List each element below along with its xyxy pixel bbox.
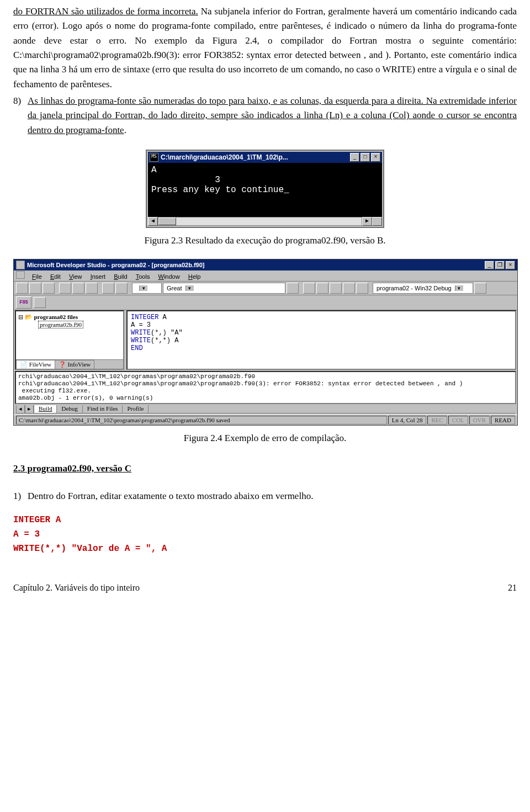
ide-title-bar: Microsoft Developer Studio - programa02 … xyxy=(14,259,517,270)
code-editor[interactable]: INTEGER A A = 3 WRITE(*,) "A" WRITE(*,*)… xyxy=(126,310,516,370)
dos-title-bar: MS C:\marchi\graduacao\2004_1\TM_102\p..… xyxy=(148,152,382,163)
tb-paste[interactable] xyxy=(86,283,98,294)
menu-tools[interactable]: Tools xyxy=(132,273,153,280)
tree-file[interactable]: programa02b.f90 xyxy=(38,321,83,328)
scroll-thumb[interactable] xyxy=(158,217,176,225)
out-tab-find[interactable]: Find in Files xyxy=(82,405,123,413)
list-number: 8) xyxy=(13,94,28,137)
text: Figura 2.4, o compilador do Fortran most… xyxy=(213,35,517,46)
ide-middle: ⊟ 📂 programa02 files programa02b.f90 📄 F… xyxy=(14,310,517,370)
close-button[interactable]: × xyxy=(506,261,515,269)
footer-chapter: Capítulo 2. Variáveis do tipo inteiro xyxy=(13,581,140,595)
tb-stop[interactable] xyxy=(330,283,342,294)
tb-undo[interactable] xyxy=(102,283,114,294)
status-bar: C:\marchi\graduacao\2004_1\TM_102\progra… xyxy=(14,415,517,425)
code-line: A = 3 xyxy=(13,528,517,542)
tb-step[interactable] xyxy=(356,283,368,294)
tree-root[interactable]: programa02 files xyxy=(34,314,78,320)
figure-2-3: MS C:\marchi\graduacao\2004_1\TM_102\p..… xyxy=(146,150,384,228)
dos-output: A 3 Press any key to continue_ xyxy=(148,163,382,217)
out-tab-build[interactable]: Build xyxy=(34,405,57,413)
menu-view[interactable]: View xyxy=(66,273,86,280)
code-line: INTEGER A xyxy=(13,513,517,528)
scroll-track[interactable] xyxy=(158,217,362,226)
tb-redo[interactable] xyxy=(115,283,128,294)
out-tab-next[interactable]: ▸ xyxy=(25,405,34,413)
menu-help[interactable]: Help xyxy=(185,273,204,280)
tb-new[interactable] xyxy=(16,283,28,294)
tb-compile[interactable] xyxy=(316,283,328,294)
restore-button[interactable]: ❐ xyxy=(495,261,505,269)
tb-q[interactable] xyxy=(474,283,486,294)
scroll-left-button[interactable]: ◄ xyxy=(148,217,158,226)
scroll-right-button[interactable]: ► xyxy=(362,217,372,226)
tb-ext[interactable] xyxy=(34,297,46,308)
figure-2-3-caption: Figura 2.3 Resultado da execução do prog… xyxy=(13,233,517,248)
ide-icon xyxy=(16,261,25,269)
f85-button[interactable]: F85 xyxy=(16,296,31,309)
combo-small[interactable]: ▾ xyxy=(132,283,162,294)
out-tab-track[interactable] xyxy=(148,405,515,413)
list-item-8: 8) As linhas do programa-fonte são numer… xyxy=(13,94,517,137)
figure-2-4-ide: Microsoft Developer Studio - programa02 … xyxy=(13,259,518,426)
output-pane[interactable]: rchi\graduacao\2004_1\TM_102\programas\p… xyxy=(15,371,516,404)
tb-save[interactable] xyxy=(43,283,55,294)
status-ovr: OVR xyxy=(469,416,490,424)
status-col: COL xyxy=(448,416,468,424)
minimize-button[interactable]: _ xyxy=(485,261,494,269)
combo-config[interactable]: programa02 - Win32 Debug▾ xyxy=(373,283,473,294)
ide-title-text: Microsoft Developer Studio - programa02 … xyxy=(27,262,484,268)
text: . xyxy=(124,125,126,135)
tree-view[interactable]: ⊟ 📂 programa02 files programa02b.f90 xyxy=(16,311,123,359)
menu-edit[interactable]: Edit xyxy=(47,273,64,280)
list-number: 1) xyxy=(13,489,28,503)
status-rec: REC xyxy=(427,416,447,424)
page-footer: Capítulo 2. Variáveis do tipo inteiro 21 xyxy=(13,581,517,595)
out-tab-debug[interactable]: Debug xyxy=(56,405,82,413)
list-body: As linhas do programa-fonte são numerada… xyxy=(28,94,517,137)
sidebar-tabs: 📄 FileView ❓ InfoView xyxy=(16,359,123,369)
tb-find[interactable] xyxy=(287,283,299,294)
tab-infoview[interactable]: ❓ InfoView xyxy=(55,360,94,369)
tb-go[interactable] xyxy=(343,283,355,294)
ide-toolbar: ▾ Great▾ programa02 - Win32 Debug▾ xyxy=(14,282,517,295)
code-line: WRITE(*,*) "Valor de A = ", A xyxy=(13,542,517,556)
output-tabs: ◂ ▸ Build Debug Find in Files Profile xyxy=(14,405,517,415)
minimize-button[interactable]: _ xyxy=(350,153,359,162)
code-block: INTEGER A A = 3 WRITE(*,*) "Valor de A =… xyxy=(13,513,517,556)
menu-file[interactable]: File xyxy=(29,273,45,280)
footer-page-number: 21 xyxy=(508,581,517,595)
menu-insert[interactable]: Insert xyxy=(87,273,109,280)
step-1: 1) Dentro do Fortran, editar exatamente … xyxy=(13,489,517,503)
ide-sidebar: ⊟ 📂 programa02 files programa02b.f90 📄 F… xyxy=(15,310,124,370)
tb-open[interactable] xyxy=(29,283,41,294)
doc-icon xyxy=(16,271,25,279)
dos-title-text: C:\marchi\graduacao\2004_1\TM_102\p... xyxy=(161,153,349,161)
menu-window[interactable]: Window xyxy=(155,273,183,280)
status-lncol: Ln 4, Col 28 xyxy=(388,416,427,424)
combo-great[interactable]: Great▾ xyxy=(163,283,285,294)
step-text: Dentro do Fortran, editar exatamente o t… xyxy=(28,489,517,503)
status-read: READ xyxy=(491,416,515,424)
tb-build[interactable] xyxy=(303,283,315,294)
tb-copy[interactable] xyxy=(72,283,84,294)
resize-grip[interactable] xyxy=(372,217,382,226)
close-button[interactable]: × xyxy=(371,153,380,162)
out-tab-prev[interactable]: ◂ xyxy=(16,405,25,413)
out-tab-profile[interactable]: Profile xyxy=(122,405,149,413)
tb-cut[interactable] xyxy=(59,283,71,294)
dos-scrollbar[interactable]: ◄ ► xyxy=(148,217,382,226)
text-underline: As linhas do programa-fonte são numerada… xyxy=(28,95,517,135)
figure-2-4-caption: Figura 2.4 Exemplo de erro de compilação… xyxy=(13,431,517,445)
status-path: C:\marchi\graduacao\2004_1\TM_102\progra… xyxy=(16,416,387,424)
maximize-button[interactable]: □ xyxy=(361,153,370,162)
text-underline: do FORTRAN são utilizados de forma incor… xyxy=(13,6,198,17)
tab-fileview[interactable]: 📄 FileView xyxy=(16,360,55,369)
paragraph-main: do FORTRAN são utilizados de forma incor… xyxy=(13,4,517,92)
dos-icon: MS xyxy=(150,153,158,162)
text: C:\marchi\programa02\programa02b.f90(3):… xyxy=(13,50,517,89)
dos-window: MS C:\marchi\graduacao\2004_1\TM_102\p..… xyxy=(146,150,384,228)
menu-build[interactable]: Build xyxy=(110,273,130,280)
section-2-3-title: 2.3 programa02.f90, versão C xyxy=(13,461,517,476)
ide-menubar: File Edit View Insert Build Tools Window… xyxy=(14,270,517,282)
